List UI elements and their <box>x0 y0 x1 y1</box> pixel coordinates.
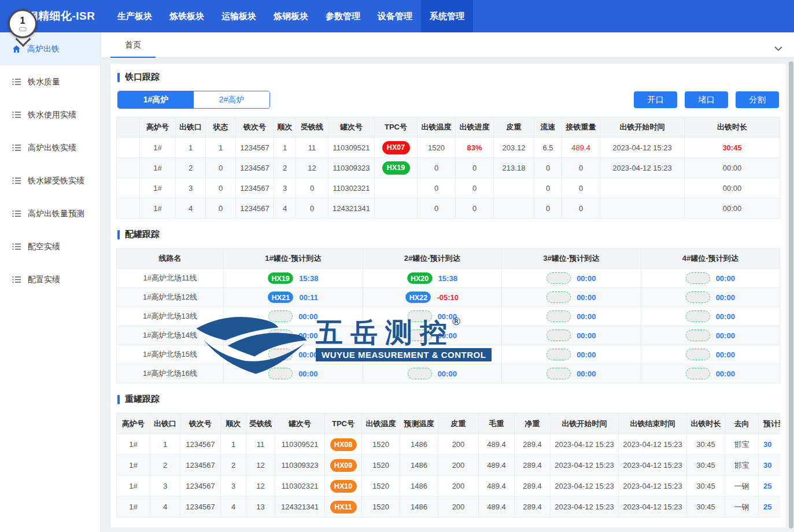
cell: 1234567 <box>236 138 274 158</box>
ladle-badge-empty <box>546 349 571 360</box>
cell: 0 <box>534 178 562 198</box>
cell: 1 <box>274 138 296 158</box>
nav-tab-transport[interactable]: 运输板块 <box>213 0 265 32</box>
list-icon <box>12 243 21 250</box>
plug-hole-button[interactable]: 堵口 <box>685 91 728 108</box>
sidebar-item-output-forecast[interactable]: 高炉出铁量预测 <box>0 197 100 230</box>
cell-slot: 00:00 <box>502 307 641 326</box>
cell: 30:45 <box>687 434 725 455</box>
taphole-actions: 开口 堵口 分割 <box>634 91 779 108</box>
cell: 1486 <box>400 434 438 455</box>
cell: 2023-04-12 15:23 <box>551 476 619 497</box>
sidebar-item-config-records[interactable]: 配置实绩 <box>0 263 100 296</box>
cell: 213.18 <box>494 158 534 178</box>
eta-time: 00:00 <box>438 370 457 378</box>
col-header: 高炉号 <box>140 117 176 138</box>
cell: 124321341 <box>328 198 375 219</box>
cell: 4 <box>176 198 206 219</box>
sidebar-item-ladle-receiving[interactable]: 铁水罐受铁实绩 <box>0 164 100 197</box>
cell-slot: 00:00 <box>502 364 641 383</box>
cell: 2023-04-12 15:23 <box>619 455 687 476</box>
cell-slot: 00:00 <box>363 345 502 364</box>
nav-tab-parameters[interactable]: 参数管理 <box>317 0 369 32</box>
col-header: 罐次号 <box>275 413 325 434</box>
col-header: 顺次 <box>221 413 246 434</box>
cell-line-name: 1#高炉北场12线 <box>117 288 224 307</box>
cell: 489.4 <box>479 455 515 476</box>
nav-tab-ironmaking[interactable]: 炼铁板块 <box>161 0 213 32</box>
eta-time: 00:00 <box>716 312 735 321</box>
tpc-badge: HX19 <box>382 161 410 175</box>
nav-tab-steelmaking[interactable]: 炼钢板块 <box>265 0 317 32</box>
cell-slot: HX22-05:10 <box>363 288 502 307</box>
list-icon <box>12 210 21 217</box>
cell: 2 <box>221 455 246 476</box>
furnace-tab-2[interactable]: 2#高炉 <box>194 91 269 108</box>
list-icon <box>12 78 21 86</box>
furnace-tab-1[interactable]: 1#高炉 <box>118 91 194 108</box>
main-panel: 铁口跟踪 1#高炉 2#高炉 开口 堵口 分割 高炉号 出铁口 状态 铁次号 顺… <box>110 64 786 527</box>
sidebar-item-label: 高炉出铁量预测 <box>28 209 84 219</box>
ladle-badge: HX19 <box>268 272 293 284</box>
cell: 1# <box>117 455 150 476</box>
cell: 1486 <box>400 476 438 497</box>
nav-tab-system[interactable]: 系统管理 <box>421 0 473 32</box>
cell-slot: 00:00 <box>502 345 641 364</box>
section-ladle-assignment-tracking: 配罐跟踪 <box>117 229 779 240</box>
eta-time: 00:00 <box>577 312 596 321</box>
ladle-badge: HX20 <box>407 272 433 284</box>
col-header: 毛重 <box>479 413 515 434</box>
table-row: 1#高炉北场12线 HX2100:11 HX22-05:10 00:00 00:… <box>117 288 780 307</box>
nav-tab-equipment[interactable]: 设备管理 <box>369 0 421 32</box>
cell: 110309521 <box>328 138 375 158</box>
tpc-badge: HX09 <box>330 459 357 472</box>
cell: 2023-04-12 15:23 <box>619 434 687 455</box>
sidebar-item-empty-allocation[interactable]: 配空实绩 <box>0 230 100 263</box>
ladle-badge-empty <box>686 368 710 379</box>
col-header: 铁次号 <box>236 117 274 138</box>
table-row: 1# 4 0 1234567 4 0 124321341 0 0 0 0 00:… <box>117 198 780 219</box>
furnace-toggle: 1#高炉 2#高炉 <box>117 91 270 109</box>
cell-slot: 00:00 <box>224 345 363 364</box>
cell <box>600 178 685 198</box>
cell: 6.5 <box>534 138 562 158</box>
col-header: 皮重 <box>494 117 534 138</box>
cell: 289.4 <box>515 476 551 497</box>
nav-tab-production[interactable]: 生产板块 <box>109 0 161 32</box>
cell: 30:45 <box>687 497 725 518</box>
cell-line-name: 1#高炉北场11线 <box>117 269 224 288</box>
eta-time: 00:00 <box>298 312 317 321</box>
table-row: 1#高炉北场14线 00:00 00:00 00:00 00:00 <box>117 326 780 345</box>
sidebar-item-label: 配置实绩 <box>28 275 60 285</box>
ladle-badge-empty <box>686 330 710 341</box>
tpc-badge: HX07 <box>382 141 410 154</box>
cell: 1# <box>140 198 176 219</box>
ladle-badge-empty <box>686 272 710 284</box>
cell-slot: 00:00 <box>224 307 363 326</box>
cell: 1# <box>117 497 150 518</box>
cell: 1 <box>206 138 236 158</box>
vertical-scrollbar[interactable] <box>789 60 793 530</box>
cell: 1234567 <box>180 434 221 455</box>
eta-time: 00:00 <box>298 370 317 378</box>
cell: 0 <box>456 178 494 198</box>
eta-time: 00:11 <box>299 293 318 302</box>
cell: 11 <box>296 138 328 158</box>
sidebar-item-tapping-records[interactable]: 高炉出铁实绩 <box>0 131 100 164</box>
pin-number: 1 <box>20 16 25 25</box>
scrollbar-thumb[interactable] <box>789 61 793 529</box>
tab-home[interactable]: 首页 <box>110 32 156 58</box>
sidebar-item-iron-quality[interactable]: 铁水质量 <box>0 65 100 98</box>
open-hole-button[interactable]: 开口 <box>634 91 677 108</box>
chevron-down-icon[interactable] <box>774 43 782 53</box>
cell: 0 <box>296 178 328 198</box>
cell-weight: 489.4 <box>562 138 600 158</box>
cell: 200 <box>438 434 479 455</box>
col-header: 出铁口 <box>150 413 180 434</box>
sidebar-item-iron-usage[interactable]: 铁水使用实绩 <box>0 98 100 131</box>
ladle-badge-empty <box>546 291 571 303</box>
ladle-badge-empty <box>686 349 710 360</box>
eta-time: 00:00 <box>298 331 317 340</box>
sidebar-item-label: 配空实绩 <box>28 242 60 252</box>
split-button[interactable]: 分割 <box>736 91 779 108</box>
